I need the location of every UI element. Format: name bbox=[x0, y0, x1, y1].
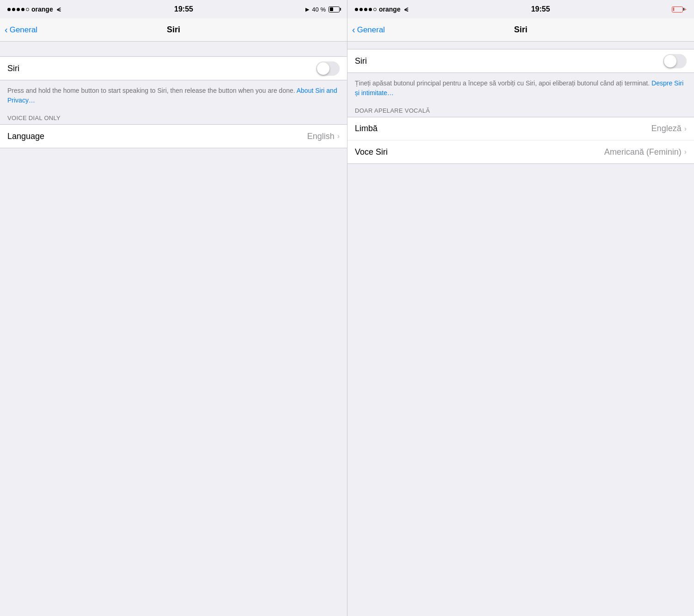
right-siri-label: Siri bbox=[355, 56, 367, 66]
battery-body bbox=[329, 6, 340, 12]
right-nav-bar: ‹ General Siri bbox=[347, 18, 694, 42]
left-description-text: Press and hold the home button to start … bbox=[7, 87, 295, 94]
right-back-button[interactable]: ‹ General bbox=[352, 25, 385, 35]
right-section-header: DOAR APELARE VOCALĂ bbox=[347, 103, 694, 117]
location-icon: ▶ bbox=[305, 6, 309, 12]
right-description-text: Țineți apăsat butonul principal pentru a… bbox=[355, 79, 650, 87]
left-siri-group: Siri bbox=[0, 56, 347, 80]
right-back-chevron: ‹ bbox=[352, 24, 355, 35]
right-signal-dot-2 bbox=[359, 8, 363, 11]
right-siri-group: Siri bbox=[347, 49, 694, 73]
right-siri-row: Siri bbox=[347, 49, 694, 72]
left-language-chevron: › bbox=[337, 132, 340, 140]
right-limba-row[interactable]: Limbă Engleză › bbox=[347, 117, 694, 140]
signal-dot-1 bbox=[7, 8, 11, 11]
wifi-icon: ⪪ bbox=[55, 6, 62, 13]
left-language-group: Language English › bbox=[0, 124, 347, 148]
left-status-right: ▶ 40 % bbox=[305, 6, 340, 13]
left-back-chevron: ‹ bbox=[5, 24, 8, 35]
battery-fill bbox=[330, 7, 334, 11]
right-carrier-label: orange bbox=[379, 6, 401, 13]
left-description: Press and hold the home button to start … bbox=[0, 80, 347, 111]
carrier-label: orange bbox=[31, 6, 53, 13]
right-siri-toggle[interactable] bbox=[663, 54, 687, 68]
right-signal-dot-5 bbox=[373, 8, 377, 11]
right-signal-dots bbox=[355, 8, 377, 11]
left-siri-label: Siri bbox=[7, 64, 19, 73]
right-limba-chevron: › bbox=[684, 125, 687, 133]
right-voce-chevron: › bbox=[684, 148, 687, 156]
right-wifi-icon: ⪪ bbox=[403, 6, 409, 13]
signal-dot-5 bbox=[26, 8, 29, 11]
left-nav-bar: ‹ General Siri bbox=[0, 18, 347, 42]
left-section-gap-top bbox=[0, 42, 347, 56]
left-status-left: orange ⪪ bbox=[7, 6, 62, 13]
left-siri-toggle[interactable] bbox=[316, 61, 340, 76]
left-siri-row: Siri bbox=[0, 57, 347, 80]
right-battery-fill bbox=[673, 7, 675, 11]
right-nav-title: Siri bbox=[514, 25, 527, 35]
signal-dot-2 bbox=[12, 8, 15, 11]
right-limba-value-container: Engleză › bbox=[651, 124, 687, 133]
left-nav-title: Siri bbox=[167, 25, 180, 35]
left-language-row[interactable]: Language English › bbox=[0, 125, 347, 148]
left-language-label: Language bbox=[7, 132, 44, 141]
right-status-right: + bbox=[672, 6, 687, 12]
left-back-label: General bbox=[10, 25, 37, 35]
right-top-spacer bbox=[347, 42, 694, 49]
left-section-header: VOICE DIAL ONLY bbox=[0, 111, 347, 124]
right-limba-value: Engleză bbox=[651, 124, 682, 133]
left-back-button[interactable]: ‹ General bbox=[5, 25, 37, 35]
right-siri-toggle-knob bbox=[664, 55, 676, 67]
right-battery-icon: + bbox=[672, 6, 687, 12]
left-language-value-container: English › bbox=[307, 132, 340, 141]
signal-dot-4 bbox=[21, 8, 24, 11]
right-limba-voce-group: Limbă Engleză › Voce Siri Americană (Fem… bbox=[347, 117, 694, 164]
left-time: 19:55 bbox=[174, 5, 193, 13]
left-language-value: English bbox=[307, 132, 335, 141]
right-signal-dot-4 bbox=[369, 8, 372, 11]
right-status-left: orange ⪪ bbox=[355, 6, 409, 13]
right-voce-value-container: Americană (Feminin) › bbox=[604, 147, 687, 157]
left-siri-toggle-knob bbox=[317, 62, 329, 75]
signal-dots bbox=[7, 8, 29, 11]
battery-icon bbox=[329, 6, 340, 12]
right-battery-body bbox=[672, 6, 683, 12]
right-limba-label: Limbă bbox=[355, 124, 377, 133]
battery-percent: 40 % bbox=[312, 6, 326, 13]
left-status-bar: orange ⪪ 19:55 ▶ 40 % bbox=[0, 0, 347, 18]
right-phone-panel: orange ⪪ 19:55 + ‹ General Siri Siri bbox=[347, 0, 694, 616]
right-back-label: General bbox=[357, 25, 385, 35]
right-voce-row[interactable]: Voce Siri Americană (Feminin) › bbox=[347, 140, 694, 163]
right-time: 19:55 bbox=[531, 5, 550, 13]
right-status-bar: orange ⪪ 19:55 + bbox=[347, 0, 694, 18]
left-phone-panel: orange ⪪ 19:55 ▶ 40 % ‹ General Siri Sir… bbox=[0, 0, 347, 616]
right-voce-value: Americană (Feminin) bbox=[604, 147, 682, 157]
right-voce-label: Voce Siri bbox=[355, 147, 388, 157]
right-description: Țineți apăsat butonul principal pentru a… bbox=[347, 73, 694, 103]
signal-dot-3 bbox=[17, 8, 20, 11]
right-signal-dot-1 bbox=[355, 8, 358, 11]
right-signal-dot-3 bbox=[364, 8, 367, 11]
